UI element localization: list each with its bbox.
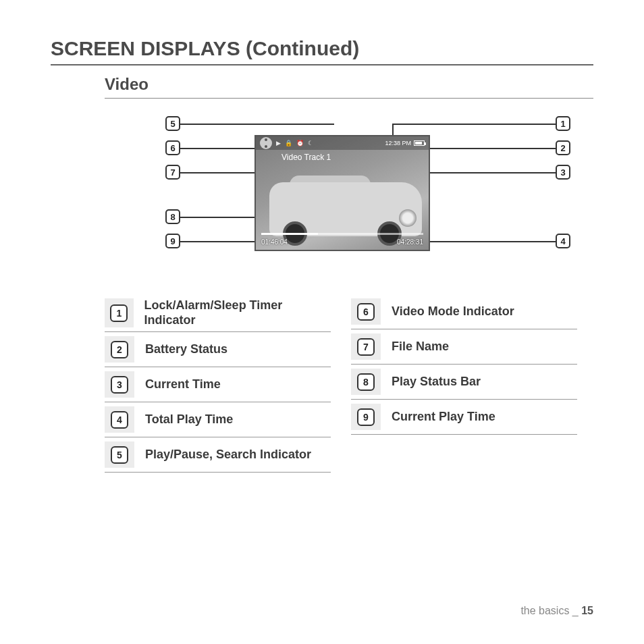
footer-page-number: 15 xyxy=(581,605,593,616)
legend-number: 5 xyxy=(111,446,128,464)
clock: 12:38 PM xyxy=(385,140,411,146)
legend-row: 7 File Name xyxy=(351,329,577,365)
legend-label: File Name xyxy=(392,340,449,354)
legend-row: 1 Lock/Alarm/Sleep Timer Indicator xyxy=(105,294,331,332)
play-status-bar xyxy=(261,233,423,235)
play-indicator-icon: ▶ xyxy=(276,140,281,146)
legend-number: 7 xyxy=(357,338,375,356)
battery-icon xyxy=(414,140,425,146)
lead-line xyxy=(394,124,556,125)
footer-section: the basics _ xyxy=(520,605,581,616)
legend-label: Play Status Bar xyxy=(392,375,481,390)
page-footer: the basics _ 15 xyxy=(520,605,593,617)
legend-col-left: 1 Lock/Alarm/Sleep Timer Indicator 2 Bat… xyxy=(105,294,331,473)
video-frame-image xyxy=(256,157,429,250)
legend-table: 1 Lock/Alarm/Sleep Timer Indicator 2 Bat… xyxy=(105,294,577,473)
current-play-time: 01:46:04 xyxy=(261,238,288,246)
video-mode-icon xyxy=(260,137,272,149)
legend-label: Lock/Alarm/Sleep Timer Indicator xyxy=(144,298,331,327)
legend-number: 9 xyxy=(357,408,375,426)
callout-8: 8 xyxy=(165,209,180,224)
legend-label: Current Play Time xyxy=(392,410,495,425)
legend-label: Video Mode Indicator xyxy=(392,304,514,319)
lead-line xyxy=(421,172,556,173)
section-title: Video xyxy=(105,75,593,99)
lead-line xyxy=(427,241,556,242)
callout-6: 6 xyxy=(165,140,180,155)
legend-row: 5 Play/Pause, Search Indicator xyxy=(105,437,331,473)
legend-row: 6 Video Mode Indicator xyxy=(351,294,577,329)
legend-label: Play/Pause, Search Indicator xyxy=(145,448,311,462)
legend-number: 1 xyxy=(110,304,128,322)
legend-number: 8 xyxy=(357,373,375,391)
callout-7: 7 xyxy=(165,165,180,180)
callout-1: 1 xyxy=(556,116,570,131)
page-title: SCREEN DISPLAYS (Continued) xyxy=(51,37,593,65)
total-play-time: 04:28:31 xyxy=(397,238,423,246)
alarm-icon: ⏰ xyxy=(296,140,304,146)
callout-5: 5 xyxy=(165,116,180,131)
sleep-icon: ☾ xyxy=(308,140,313,146)
lead-line xyxy=(430,148,556,149)
legend-label: Total Play Time xyxy=(145,412,233,427)
callout-3: 3 xyxy=(556,165,570,180)
lead-line xyxy=(180,148,261,149)
lead-line xyxy=(180,124,334,125)
legend-col-right: 6 Video Mode Indicator 7 File Name 8 Pla… xyxy=(351,294,577,473)
legend-row: 4 Total Play Time xyxy=(105,402,331,437)
lock-icon: 🔒 xyxy=(285,140,292,146)
legend-label: Battery Status xyxy=(145,342,227,357)
legend-row: 3 Current Time xyxy=(105,367,331,402)
legend-row: 9 Current Play Time xyxy=(351,400,577,435)
video-screen-diagram: 5 6 7 8 9 1 2 3 4 ▶ 🔒 ⏰ ☾ 12:38 PM Video… xyxy=(165,112,570,267)
callout-9: 9 xyxy=(165,234,180,248)
status-bar: ▶ 🔒 ⏰ ☾ 12:38 PM xyxy=(256,136,429,150)
legend-number: 4 xyxy=(111,411,128,429)
callout-2: 2 xyxy=(556,140,570,155)
legend-number: 2 xyxy=(111,341,128,358)
legend-label: Current Time xyxy=(145,377,221,392)
video-player-screen: ▶ 🔒 ⏰ ☾ 12:38 PM Video Track 1 01:46:04 … xyxy=(254,135,430,251)
legend-row: 8 Play Status Bar xyxy=(351,365,577,400)
legend-row: 2 Battery Status xyxy=(105,332,331,367)
legend-number: 3 xyxy=(111,376,128,394)
legend-number: 6 xyxy=(357,303,375,321)
callout-4: 4 xyxy=(556,234,570,248)
